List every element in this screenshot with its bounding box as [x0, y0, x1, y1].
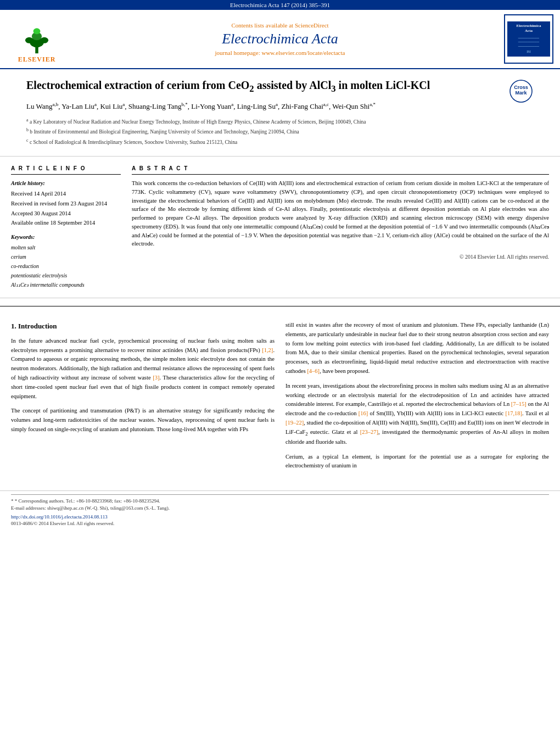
right-para-1: still exist in wastes after the recovery… [285, 321, 549, 376]
doi-line[interactable]: http://dx.doi.org/10.1016/j.electacta.20… [11, 514, 549, 520]
section-divider [0, 306, 560, 306]
elsevier-tree-icon [18, 24, 56, 54]
journal-title: Electrochimica Acta [222, 31, 338, 47]
article-info-col: A R T I C L E I N F O Article history: R… [11, 164, 121, 290]
abstract-text: This work concerns the co-reduction beha… [132, 179, 549, 248]
issn-line: 0013-4686/© 2014 Elsevier Ltd. All right… [11, 521, 549, 526]
journal-logo-area: Electrochimica Acta ───────── ───────── … [493, 14, 553, 64]
homepage-url[interactable]: www.elsevier.com/locate/electacta [261, 49, 345, 56]
svg-point-5 [40, 37, 48, 43]
received-date: Received 14 April 2014 [11, 189, 121, 198]
article-info-header: A R T I C L E I N F O [11, 164, 121, 175]
keywords-title: Keywords: [11, 233, 121, 241]
affiliation-b: b b Institute of Environmental and Biolo… [26, 127, 534, 136]
journal-citation: Electrochimica Acta 147 (2014) 385–391 [230, 2, 330, 8]
elsevier-logo-area: ELSEVIER [7, 14, 67, 64]
right-para-3: Cerium, as a typical Ln element, is impo… [285, 453, 549, 471]
authors-line: Lu Wanga,b, Ya-Lan Liua, Kui Liua, Shuan… [26, 101, 534, 113]
corresponding-note: * * Corresponding authors. Tel.: +86-10-… [11, 498, 549, 504]
keyword-1: molten salt [11, 243, 121, 252]
journal-homepage: journal homepage: www.elsevier.com/locat… [215, 49, 345, 56]
accepted-date: Accepted 30 August 2014 [11, 209, 121, 218]
sciencedirect-link: Contents lists available at ScienceDirec… [231, 22, 328, 29]
paper-section: Cross Mark Electrochemical extraction of… [0, 69, 560, 157]
svg-text:Mark: Mark [515, 90, 527, 96]
main-content: 1. Introduction In the future advanced n… [0, 312, 560, 485]
footnote-star-symbol: * [11, 498, 14, 504]
intro-para-2: The concept of partitioning and transmut… [11, 406, 275, 434]
journal-header: ELSEVIER Contents lists available at Sci… [0, 10, 560, 69]
affiliations: a a Key Laboratory of Nuclear Radiation … [26, 117, 534, 146]
footer-section: * * Corresponding authors. Tel.: +86-10-… [0, 490, 560, 531]
abstract-header: A B S T R A C T [132, 164, 549, 175]
body-columns: 1. Introduction In the future advanced n… [11, 321, 549, 476]
body-right-col: still exist in wastes after the recovery… [285, 321, 549, 476]
right-para-2: In recent years, investigations about th… [285, 382, 549, 447]
svg-point-3 [33, 28, 41, 34]
elsevier-label: ELSEVIER [18, 55, 56, 64]
intro-para-1: In the future advanced nuclear fuel cycl… [11, 337, 275, 401]
affiliation-a: a a Key Laboratory of Nuclear Radiation … [26, 117, 534, 126]
journal-logo-inner: Electrochimica Acta ───────── ───────── … [507, 21, 550, 56]
keyword-5: Al₁₁Ce₃ intermetallic compounds [11, 281, 121, 289]
abstract-col: A B S T R A C T This work concerns the c… [132, 164, 549, 290]
article-history-title: Article history: [11, 179, 121, 187]
footer-border: * * Corresponding authors. Tel.: +86-10-… [11, 494, 549, 526]
journal-title-area: Contents lists available at ScienceDirec… [67, 14, 493, 64]
svg-point-4 [25, 37, 33, 43]
article-info-abstract-section: A R T I C L E I N F O Article history: R… [0, 157, 560, 298]
keyword-4: potentiostatic electrolysis [11, 271, 121, 280]
keyword-2: cerium [11, 253, 121, 261]
intro-section-title: 1. Introduction [11, 321, 275, 332]
top-bar: Electrochimica Acta 147 (2014) 385–391 [0, 0, 560, 10]
svg-text:Cross: Cross [514, 85, 528, 90]
revised-date: Received in revised form 23 August 2014 [11, 199, 121, 208]
copyright-line: © 2014 Elsevier Ltd. All rights reserved… [132, 253, 549, 261]
body-left-col: 1. Introduction In the future advanced n… [11, 321, 275, 476]
sciencedirect-name[interactable]: ScienceDirect [295, 22, 329, 29]
email-note: E-mail addresses: shiwq@ihep.ac.cn (W.-Q… [11, 505, 549, 511]
affiliation-c: c c School of Radiological & Interdiscip… [26, 137, 534, 146]
crossmark-icon: Cross Mark [509, 79, 534, 104]
journal-logo-box: Electrochimica Acta ───────── ───────── … [504, 14, 553, 64]
available-date: Available online 18 September 2014 [11, 219, 121, 227]
keyword-3: co-reduction [11, 262, 121, 270]
paper-title: Electrochemical extraction of cerium fro… [26, 78, 534, 95]
